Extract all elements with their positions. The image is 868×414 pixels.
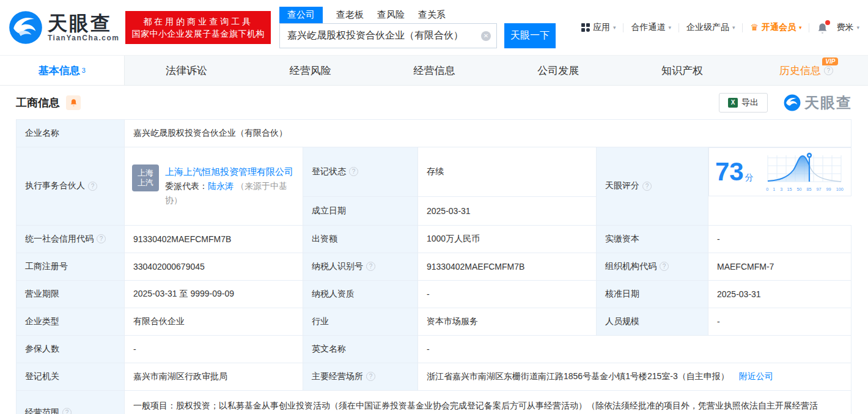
score-axis-tick: 3	[780, 187, 782, 191]
menu-vip[interactable]: ♛ 开通会员 ▾	[750, 22, 801, 33]
field-business-scope-label: 经营范围?	[17, 390, 125, 414]
field-taxpayer-quality-value: -	[418, 280, 597, 308]
divider	[623, 23, 623, 32]
help-icon[interactable]: ?	[88, 182, 97, 191]
table-row: 企业类型 有限合伙企业 行业 资本市场服务 人员规模 -	[17, 308, 851, 335]
tab-intellectual-property[interactable]: 知识产权	[620, 56, 745, 85]
help-icon[interactable]: ?	[62, 408, 72, 414]
field-reg-status-label: 登记状态?	[303, 147, 418, 197]
field-english-name-label: 英文名称	[303, 335, 418, 363]
field-taxpayer-id-value: 91330402MAEFCMFM7B	[418, 253, 597, 280]
divider	[742, 23, 743, 32]
company-nav-tabs: 基本信息3 法律诉讼 经营风险 经营信息 公司发展 知识产权 VIP 历史信息 …	[0, 55, 868, 86]
tianyancha-logo[interactable]: 天眼查 TianYanCha.com	[9, 10, 119, 45]
promo-banner: 都在用的商业查询工具 国家中小企业发展子基金旗下机构	[125, 11, 271, 44]
field-reg-number-value: 330402000679045	[125, 253, 303, 280]
field-capital-label: 出资额	[303, 225, 418, 253]
help-icon[interactable]: ?	[97, 234, 106, 243]
notification-bell-icon[interactable]	[817, 21, 829, 34]
field-approve-date-value: 2025-03-31	[708, 280, 851, 308]
score-axis-tick: 97	[817, 187, 822, 191]
clear-icon[interactable]: ✕	[481, 31, 491, 41]
field-reg-authority-value: 嘉兴市南湖区行政审批局	[125, 363, 303, 390]
help-icon[interactable]: ?	[349, 167, 358, 176]
watermark-text: 天眼查	[804, 93, 852, 113]
field-industry-label: 行业	[303, 308, 418, 335]
menu-partners[interactable]: 合作通道 ▾	[631, 22, 671, 33]
monitor-bell-button[interactable]	[66, 95, 81, 110]
menu-enterprise[interactable]: 企业级产品 ▾	[686, 22, 735, 33]
section-header: 工商信息 X 导出 天眼查	[0, 86, 868, 119]
tab-history-info[interactable]: VIP 历史信息 ?	[744, 56, 868, 85]
field-insured-count-value: -	[125, 335, 303, 363]
score-axis-tick: 100	[836, 187, 844, 191]
score-axis-tick: 0	[766, 187, 768, 191]
search-input[interactable]	[279, 23, 497, 48]
menu-apps[interactable]: 应用 ▾	[581, 22, 616, 33]
field-org-code-label: 组织机构代码?	[597, 253, 708, 280]
field-org-code-value: MAEFCMFM-7	[708, 253, 851, 280]
help-icon[interactable]: ?	[366, 372, 375, 381]
field-taxpayer-id-label: 纳税人识别号?	[303, 253, 418, 280]
help-icon[interactable]: ?	[366, 262, 375, 271]
nearby-companies-link[interactable]: 附近公司	[739, 371, 773, 382]
tianyancha-logo-icon	[9, 10, 43, 45]
tianyancha-watermark-icon	[784, 94, 801, 111]
search-tab-risk[interactable]: 查风险	[377, 7, 405, 23]
field-score-value: 73分	[708, 147, 851, 196]
notification-dot	[825, 20, 830, 25]
table-row: 营业期限 2025-03-31 至 9999-09-09 纳税人资质 - 核准日…	[17, 280, 851, 308]
top-header: 天眼查 TianYanCha.com 都在用的商业查询工具 国家中小企业发展子基…	[0, 0, 868, 55]
promo-line2: 国家中小企业发展子基金旗下机构	[131, 28, 265, 40]
rep-name-link[interactable]: 陆永涛	[208, 181, 234, 191]
field-insured-count-label: 参保人数	[17, 335, 125, 363]
field-reg-authority-label: 登记机关	[17, 363, 125, 390]
business-info-table: 企业名称 嘉兴屹晟股权投资合伙企业（有限合伙） 执行事务合伙人? 上海上汽 上海…	[16, 119, 851, 414]
score-axis-tick: 15	[787, 187, 792, 191]
search-tab-boss[interactable]: 查老板	[336, 7, 364, 23]
search-button[interactable]: 天眼一下	[504, 23, 556, 48]
tab-operating-info[interactable]: 经营信息	[372, 56, 496, 85]
caret-down-icon: ▾	[799, 24, 802, 31]
help-icon[interactable]: ?	[642, 182, 652, 191]
search-tabs: 查公司 查老板 查风险 查关系	[279, 7, 556, 23]
watermark-logo: 天眼查	[784, 93, 852, 113]
tab-badge: 3	[82, 67, 86, 74]
table-row: 统一社会信用代码? 91330402MAEFCMFM7B 出资额 1000万人民…	[17, 225, 851, 253]
divider	[809, 23, 809, 32]
help-icon[interactable]: ?	[660, 262, 669, 271]
tab-company-development[interactable]: 公司发展	[496, 56, 620, 85]
vip-badge: VIP	[822, 57, 838, 65]
field-partner-label: 执行事务合伙人?	[17, 147, 125, 226]
crown-icon: ♛	[750, 22, 758, 33]
menu-user[interactable]: 费米 ▾	[836, 22, 859, 33]
score-axis-tick: 50	[797, 187, 802, 191]
caret-down-icon: ▾	[613, 24, 616, 31]
excel-icon: X	[728, 98, 738, 108]
tab-legal[interactable]: 法律诉讼	[125, 56, 249, 85]
page: 天眼查 TianYanCha.com 都在用的商业查询工具 国家中小企业发展子基…	[0, 0, 868, 414]
score-axis-tick: 1	[773, 187, 775, 191]
table-row: 工商注册号 330402000679045 纳税人识别号? 91330402MA…	[17, 253, 851, 280]
field-taxpayer-quality-label: 纳税人资质	[303, 280, 418, 308]
field-term-label: 营业期限	[17, 280, 125, 308]
address-text: 浙江省嘉兴市南湖区东栅街道南江路1856号基金小镇1号楼215室-3（自主申报）	[427, 371, 729, 382]
partner-avatar[interactable]: 上海上汽	[132, 164, 159, 191]
search-tab-company[interactable]: 查公司	[279, 7, 323, 23]
score-number: 73	[715, 157, 744, 186]
score-axis: 0131550859799100	[766, 187, 844, 192]
search-tab-relation[interactable]: 查关系	[418, 7, 446, 23]
field-company-type-label: 企业类型	[17, 308, 125, 335]
partner-company-link[interactable]: 上海上汽恒旭投资管理有限公司	[165, 166, 293, 177]
field-establish-date-value: 2025-03-31	[418, 196, 597, 225]
caret-down-icon: ▾	[856, 24, 859, 31]
username: 费米	[836, 22, 853, 33]
export-button[interactable]: X 导出	[719, 93, 768, 113]
help-icon[interactable]: ?	[824, 66, 833, 75]
table-row: 登记机关 嘉兴市南湖区行政审批局 主要经营场所? 浙江省嘉兴市南湖区东栅街道南江…	[17, 363, 851, 390]
tab-operating-risk[interactable]: 经营风险	[248, 56, 372, 85]
field-english-name-value: -	[418, 335, 851, 363]
tab-basic-info[interactable]: 基本信息3	[0, 56, 125, 85]
field-approve-date-label: 核准日期	[597, 280, 708, 308]
user-menu: 应用 ▾ 合作通道 ▾ 企业级产品 ▾ ♛ 开通会员 ▾	[581, 21, 859, 34]
